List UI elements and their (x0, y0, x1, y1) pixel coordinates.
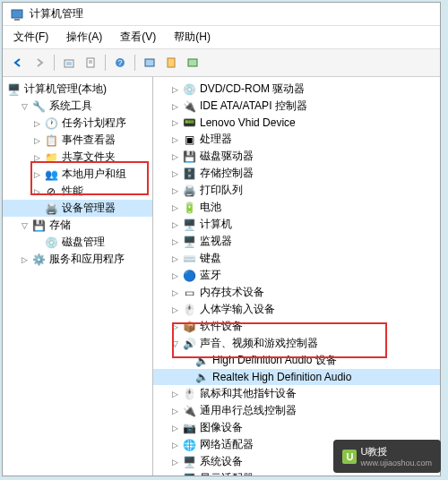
tree-label: 显示适配器 (200, 471, 254, 476)
dev-battery[interactable]: ▷🔋电池 (153, 199, 440, 216)
caret-right-icon[interactable]: ▷ (169, 423, 180, 433)
tree-system-tools[interactable]: ▽ 🔧 系统工具 (3, 98, 152, 115)
caret-right-icon[interactable]: ▷ (169, 406, 180, 416)
caret-right-icon[interactable]: ▷ (169, 84, 180, 95)
tree-label: 内存技术设备 (200, 285, 264, 300)
tree-label: 性能 (62, 184, 83, 199)
caret-right-icon[interactable]: ▷ (19, 254, 30, 265)
tree-label: 存储 (49, 218, 71, 233)
scan-button[interactable] (140, 53, 159, 73)
toolbar: ? (3, 49, 440, 77)
dev-hda[interactable]: 🔈High Definition Audio 设备 (153, 352, 440, 369)
dev-bluetooth[interactable]: ▷🔵蓝牙 (153, 267, 440, 284)
dev-memory[interactable]: ▷▭内存技术设备 (153, 284, 440, 301)
svg-rect-1 (14, 19, 20, 21)
caret-right-icon[interactable]: ▷ (169, 236, 180, 247)
caret-right-icon[interactable]: ▷ (169, 117, 180, 128)
camera-icon: 📷 (182, 421, 196, 435)
watermark-brand: U教授 (360, 445, 432, 459)
dev-disk[interactable]: ▷💾磁盘驱动器 (153, 148, 440, 165)
caret-right-icon[interactable]: ▷ (31, 169, 42, 180)
dev-mouse[interactable]: ▷🖱️鼠标和其他指针设备 (153, 385, 440, 402)
caret-down-icon[interactable]: ▽ (19, 220, 30, 231)
tree-label: IDE ATA/ATAPI 控制器 (200, 99, 307, 114)
speaker-icon: 🔈 (194, 370, 209, 384)
menu-view[interactable]: 查看(V) (116, 28, 159, 47)
dev-storage-ctrl[interactable]: ▷🗄️存储控制器 (153, 165, 440, 182)
dvd-icon: 💿 (182, 82, 196, 97)
properties-button[interactable] (81, 53, 100, 73)
tools-icon: 🔧 (31, 99, 46, 114)
tree-local-users[interactable]: ▷ 👥 本地用户和组 (3, 166, 152, 183)
refresh-button[interactable] (183, 53, 202, 73)
dev-sound[interactable]: ▽🔊声音、视频和游戏控制器 (153, 335, 440, 352)
tree-event-viewer[interactable]: ▷ 📋 事件查看器 (3, 132, 152, 149)
tree-root[interactable]: 🖥️ 计算机管理(本地) (3, 81, 152, 98)
caret-right-icon[interactable]: ▷ (31, 152, 42, 163)
dev-realtek[interactable]: 🔈Realtek High Definition Audio (153, 369, 440, 385)
tree-label: 图像设备 (200, 420, 243, 435)
system-icon: 🖥️ (182, 455, 196, 469)
tree-services[interactable]: ▷ ⚙️ 服务和应用程序 (3, 251, 152, 268)
caret-down-icon[interactable]: ▽ (169, 339, 180, 349)
dev-usb[interactable]: ▷🔌通用串行总线控制器 (153, 402, 440, 419)
up-button[interactable] (59, 53, 79, 73)
watermark-url: www.ujiaoshou.com (360, 459, 432, 467)
action-button[interactable] (161, 53, 181, 73)
tree-performance[interactable]: ▷ ⊘ 性能 (3, 183, 152, 200)
right-device-pane[interactable]: ▷💿DVD/CD-ROM 驱动器 ▷🔌IDE ATA/ATAPI 控制器 ▷📟L… (153, 77, 440, 476)
caret-right-icon[interactable]: ▷ (169, 253, 180, 264)
left-tree-pane[interactable]: 🖥️ 计算机管理(本地) ▽ 🔧 系统工具 ▷ 🕐 任务计划程序 ▷ 📋 事件查… (3, 77, 153, 476)
caret-right-icon[interactable]: ▷ (169, 389, 180, 399)
dev-dvd[interactable]: ▷💿DVD/CD-ROM 驱动器 (153, 81, 440, 98)
caret-right-icon[interactable]: ▷ (169, 101, 180, 112)
dev-print[interactable]: ▷🖨️打印队列 (153, 182, 440, 199)
tree-label: 声音、视频和游戏控制器 (200, 336, 318, 351)
dev-keyboard[interactable]: ▷⌨️键盘 (153, 250, 440, 267)
caret-right-icon[interactable]: ▷ (169, 151, 180, 162)
caret-down-icon[interactable]: ▽ (19, 101, 30, 112)
monitor-icon: 🖥️ (182, 235, 196, 249)
tree-storage[interactable]: ▽ 💾 存储 (3, 217, 152, 234)
tree-shared-folders[interactable]: ▷ 📁 共享文件夹 (3, 149, 152, 166)
menu-file[interactable]: 文件(F) (10, 28, 52, 47)
caret-right-icon[interactable]: ▷ (169, 270, 180, 281)
caret-right-icon[interactable]: ▷ (31, 186, 42, 197)
tree-label: 任务计划程序 (62, 116, 126, 131)
dev-lenovo[interactable]: ▷📟Lenovo Vhid Device (153, 115, 440, 131)
tree-task-scheduler[interactable]: ▷ 🕐 任务计划程序 (3, 115, 152, 132)
dev-monitor[interactable]: ▷🖥️监视器 (153, 233, 440, 250)
menu-help[interactable]: 帮助(H) (170, 28, 214, 47)
dev-ide[interactable]: ▷🔌IDE ATA/ATAPI 控制器 (153, 98, 440, 115)
caret-right-icon[interactable]: ▷ (169, 185, 180, 196)
battery-icon: 🔋 (182, 201, 196, 215)
dev-imaging[interactable]: ▷📷图像设备 (153, 419, 440, 436)
storage-icon: 🗄️ (182, 167, 196, 181)
caret-right-icon[interactable]: ▷ (169, 304, 180, 315)
caret-right-icon[interactable]: ▷ (169, 202, 180, 213)
caret-right-icon[interactable]: ▷ (31, 118, 42, 129)
dev-computer[interactable]: ▷🖥️计算机 (153, 216, 440, 233)
caret-right-icon[interactable]: ▷ (169, 474, 180, 476)
caret-right-icon[interactable]: ▷ (169, 168, 180, 179)
caret-right-icon[interactable]: ▷ (169, 321, 180, 332)
dev-cpu[interactable]: ▷▣处理器 (153, 131, 440, 148)
caret-right-icon[interactable]: ▷ (31, 135, 42, 146)
menu-action[interactable]: 操作(A) (63, 28, 106, 47)
dev-hid[interactable]: ▷🖱️人体学输入设备 (153, 301, 440, 318)
caret-right-icon[interactable]: ▷ (169, 440, 180, 450)
caret-right-icon[interactable]: ▷ (169, 134, 180, 145)
tree-disk-management[interactable]: 💿 磁盘管理 (3, 234, 152, 251)
toolbar-separator (134, 55, 135, 71)
help-button[interactable]: ? (110, 53, 130, 73)
dev-software[interactable]: ▷📦软件设备 (153, 318, 440, 335)
back-button[interactable] (8, 53, 28, 73)
titlebar: 计算机管理 (3, 3, 440, 26)
caret-right-icon[interactable]: ▷ (169, 457, 180, 467)
caret-right-icon[interactable]: ▷ (169, 287, 180, 298)
forward-button[interactable] (30, 53, 49, 73)
toolbar-separator (54, 55, 55, 71)
app-icon (10, 7, 24, 21)
tree-device-manager[interactable]: 🖨️ 设备管理器 (3, 200, 152, 217)
caret-right-icon[interactable]: ▷ (169, 219, 180, 230)
